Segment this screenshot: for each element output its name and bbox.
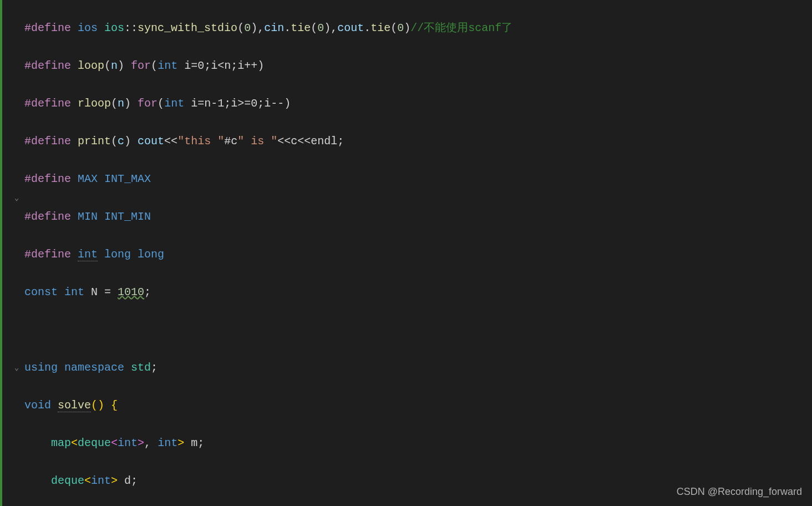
code-line[interactable]: #define print(c) cout<<"this "#c" is "<<… — [24, 132, 812, 151]
code-editor[interactable]: ⌄ ⌄ #define ios ios::sync_with_stdio(0),… — [0, 0, 812, 506]
fold-chevron-icon[interactable]: ⌄ — [11, 189, 22, 208]
code-line[interactable]: #define ios ios::sync_with_stdio(0),cin.… — [24, 19, 812, 38]
fold-gutter: ⌄ ⌄ — [11, 0, 22, 506]
code-line[interactable]: using namespace std; — [24, 358, 812, 377]
code-line[interactable]: #define MIN INT_MIN — [24, 208, 812, 226]
code-line[interactable]: #define int long long — [24, 245, 812, 264]
change-gutter — [0, 0, 11, 506]
code-line[interactable]: #define rloop(n) for(int i=n-1;i>=0;i--) — [24, 94, 812, 113]
code-line[interactable] — [24, 321, 812, 340]
code-line[interactable]: #define MAX INT_MAX — [24, 170, 812, 189]
code-line[interactable]: void solve() { — [24, 396, 812, 415]
watermark: CSDN @Recording_forward — [677, 483, 802, 500]
code-area[interactable]: #define ios ios::sync_with_stdio(0),cin.… — [22, 0, 812, 506]
code-line[interactable]: #define loop(n) for(int i=0;i<n;i++) — [24, 57, 812, 75]
code-line[interactable]: const int N = 1010; — [24, 283, 812, 302]
code-line[interactable]: map<deque<int>, int> m; — [24, 434, 812, 453]
fold-chevron-icon[interactable]: ⌄ — [11, 358, 22, 377]
